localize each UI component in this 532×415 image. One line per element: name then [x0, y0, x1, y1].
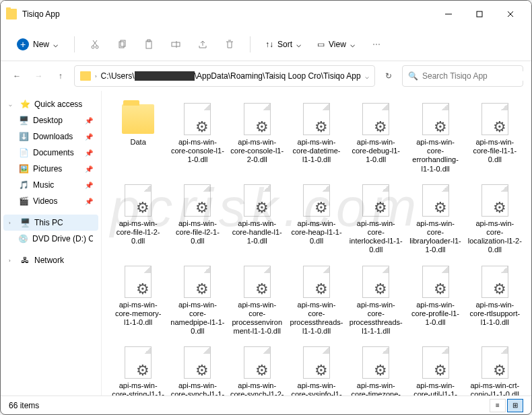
icons-view-button[interactable]: ⊞	[507, 399, 523, 412]
up-button[interactable]: ↑	[53, 65, 69, 87]
file-item[interactable]: ⚙api-ms-win-core-rtlsupport-l1-1-0.dll	[467, 262, 523, 340]
file-item[interactable]: ⚙api-ms-win-core-processthreads-l1-1-1.d…	[347, 262, 404, 340]
folder-item[interactable]: Data	[110, 99, 166, 178]
item-icon: 📄	[18, 148, 29, 157]
separator	[74, 36, 75, 52]
plus-icon: +	[17, 38, 29, 50]
file-item[interactable]: ⚙api-ms-win-core-handle-l1-1-0.dll	[229, 180, 286, 259]
dll-icon: ⚙	[303, 266, 330, 298]
file-item[interactable]: ⚙api-ms-win-core-profile-l1-1-0.dll	[407, 262, 463, 340]
paste-button[interactable]	[137, 32, 161, 56]
more-button[interactable]: ⋯	[364, 32, 389, 56]
sidebar-item-videos[interactable]: 🎬Videos📌	[3, 193, 98, 209]
minimize-button[interactable]	[433, 3, 464, 25]
file-item[interactable]: ⚙api-ms-win-core-string-l1-1-0.dll	[110, 342, 166, 395]
item-label: Music	[33, 180, 54, 190]
dll-icon: ⚙	[303, 346, 330, 379]
chevron-down-icon[interactable]: ⌵	[365, 73, 369, 80]
delete-button[interactable]	[218, 32, 242, 56]
dll-icon: ⚙	[362, 184, 389, 217]
file-label: api-ms-win-core-timezone-l1-1-0.dll	[349, 381, 403, 395]
file-item[interactable]: ⚙api-ms-win-core-heap-l1-1-0.dll	[288, 180, 345, 259]
file-item[interactable]: ⚙api-ms-win-core-localization-l1-2-0.dll	[467, 180, 523, 259]
file-item[interactable]: ⚙api-ms-win-core-debug-l1-1-0.dll	[347, 99, 404, 178]
file-item[interactable]: ⚙api-ms-win-core-console-l1-2-0.dll	[229, 99, 286, 178]
dvd-label: DVD Drive (D:) CCCC	[32, 234, 93, 243]
file-item[interactable]: ⚙api-ms-win-core-namedpipe-l1-1-0.dll	[169, 262, 226, 340]
file-item[interactable]: ⚙api-ms-win-core-sysinfo-l1-1-0.dll	[288, 342, 345, 395]
sidebar-quick-access[interactable]: ⌵ ⭐ Quick access	[3, 96, 98, 112]
file-label: api-ms-win-core-profile-l1-1-0.dll	[408, 301, 462, 328]
file-label: api-ms-win-core-debug-l1-1-0.dll	[349, 138, 403, 165]
file-item[interactable]: ⚙api-ms-win-core-errorhandling-l1-1-0.dl…	[407, 99, 463, 178]
chevron-down-icon: ⌵	[53, 40, 58, 49]
file-item[interactable]: ⚙api-ms-win-crt-conio-l1-1-0.dll	[467, 342, 523, 395]
item-icon: 🖼️	[18, 164, 29, 174]
file-label: api-ms-win-core-synch-l1-2-0.dll	[230, 381, 284, 395]
sidebar-network[interactable]: › 🖧 Network	[3, 252, 98, 268]
sidebar-item-documents[interactable]: 📄Documents📌	[3, 145, 98, 161]
file-label: api-ms-win-core-localization-l1-2-0.dll	[468, 219, 522, 255]
sidebar-dvd[interactable]: 💿 DVD Drive (D:) CCCC	[3, 231, 98, 247]
file-label: api-ms-win-core-processthreads-l1-1-1.dl…	[349, 301, 403, 336]
sidebar-item-downloads[interactable]: ⬇️Downloads📌	[3, 128, 98, 145]
dll-icon: ⚙	[362, 346, 389, 379]
window-title: Tisiqo App	[22, 9, 433, 19]
item-count: 66 items	[9, 401, 39, 410]
sidebar-this-pc[interactable]: › 🖥️ This PC	[3, 215, 98, 231]
dll-icon: ⚙	[244, 346, 271, 379]
file-item[interactable]: ⚙api-ms-win-core-libraryloader-l1-1-0.dl…	[407, 180, 463, 259]
file-item[interactable]: ⚙api-ms-win-core-file-l2-1-0.dll	[169, 180, 226, 259]
file-label: api-ms-win-core-datetime-l1-1-0.dll	[290, 138, 343, 165]
svg-point-5	[96, 46, 98, 48]
file-item[interactable]: ⚙api-ms-win-core-file-l1-1-0.dll	[467, 99, 523, 178]
dll-icon: ⚙	[362, 103, 389, 135]
file-item[interactable]: ⚙api-ms-win-core-console-l1-1-0.dll	[169, 99, 226, 178]
view-button[interactable]: ▭ View ⌵	[310, 36, 362, 53]
file-item[interactable]: ⚙api-ms-win-core-memory-l1-1-0.dll	[110, 262, 166, 340]
dll-icon: ⚙	[184, 184, 211, 217]
file-item[interactable]: ⚙api-ms-win-core-util-l1-1-0.dll	[407, 342, 463, 395]
file-item[interactable]: ⚙api-ms-win-core-timezone-l1-1-0.dll	[347, 342, 404, 395]
dll-icon: ⚙	[244, 266, 271, 298]
file-item[interactable]: ⚙api-ms-win-core-processthreads-l1-1-0.d…	[288, 262, 345, 340]
file-label: api-ms-win-core-string-l1-1-0.dll	[111, 381, 165, 395]
file-grid: Data⚙api-ms-win-core-console-l1-1-0.dll⚙…	[102, 91, 531, 395]
close-button[interactable]	[495, 3, 526, 25]
file-item[interactable]: ⚙api-ms-win-core-processenvironment-l1-1…	[229, 262, 286, 340]
sort-button[interactable]: ↑↓ Sort ⌵	[259, 36, 308, 53]
maximize-button[interactable]	[464, 3, 495, 25]
pin-icon: 📌	[85, 117, 93, 124]
share-button[interactable]	[191, 32, 215, 56]
cut-button[interactable]	[83, 32, 107, 56]
file-item[interactable]: ⚙api-ms-win-core-synch-l1-1-0.dll	[169, 342, 226, 395]
forward-button[interactable]: →	[30, 65, 46, 87]
details-view-button[interactable]: ≡	[490, 399, 506, 412]
search-input[interactable]	[422, 71, 523, 81]
dll-icon: ⚙	[422, 266, 449, 298]
item-label: Documents	[33, 148, 74, 157]
file-item[interactable]: ⚙api-ms-win-core-interlocked-l1-1-0.dll	[347, 180, 404, 259]
file-label: api-ms-win-core-sysinfo-l1-1-0.dll	[290, 381, 343, 395]
back-button[interactable]: ←	[9, 65, 25, 87]
address-bar[interactable]: › C:\Users\██████████\AppData\Roaming\Ta…	[74, 65, 375, 87]
pin-icon: 📌	[85, 182, 93, 189]
search-box[interactable]: 🔍	[402, 65, 523, 87]
copy-button[interactable]	[110, 32, 134, 56]
new-button[interactable]: + New ⌵	[9, 34, 66, 54]
sidebar-item-music[interactable]: 🎵Music📌	[3, 177, 98, 193]
file-item[interactable]: ⚙api-ms-win-core-file-l1-2-0.dll	[110, 180, 166, 259]
file-item[interactable]: ⚙api-ms-win-core-datetime-l1-1-0.dll	[288, 99, 345, 178]
svg-rect-12	[172, 42, 180, 46]
view-label: View	[329, 40, 346, 49]
quick-label: Quick access	[34, 100, 82, 109]
chevron-right-icon: ›	[95, 73, 97, 79]
rename-button[interactable]	[164, 32, 188, 56]
body: ⌵ ⭐ Quick access 🖥️Desktop📌⬇️Downloads📌📄…	[1, 91, 531, 395]
file-item[interactable]: ⚙api-ms-win-core-synch-l1-2-0.dll	[229, 342, 286, 395]
sidebar-item-desktop[interactable]: 🖥️Desktop📌	[3, 112, 98, 128]
network-icon: 🖧	[20, 256, 30, 265]
refresh-button[interactable]: ↻	[380, 65, 397, 87]
item-icon: ⬇️	[18, 132, 29, 141]
sidebar-item-pictures[interactable]: 🖼️Pictures📌	[3, 161, 98, 177]
